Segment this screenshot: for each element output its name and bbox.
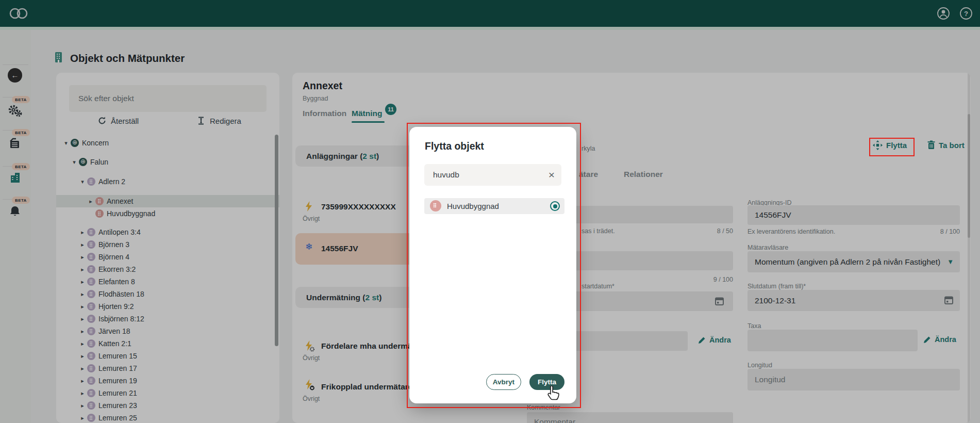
building-icon [430,200,441,212]
dialog-search-input[interactable]: huvudb × [424,164,561,186]
radio-selected[interactable] [550,201,560,211]
result-label: Huvudbyggnad [447,198,499,214]
flytta-objekt-dialog: Flytta objekt huvudb × Huvudbyggnad Avbr… [409,127,576,403]
search-result-row[interactable]: Huvudbyggnad [424,198,564,214]
clear-search-icon[interactable]: × [549,164,555,186]
dialog-title: Flytta objekt [425,140,484,152]
confirm-move-button[interactable]: Flytta [529,374,564,390]
cancel-button[interactable]: Avbryt [486,374,521,390]
